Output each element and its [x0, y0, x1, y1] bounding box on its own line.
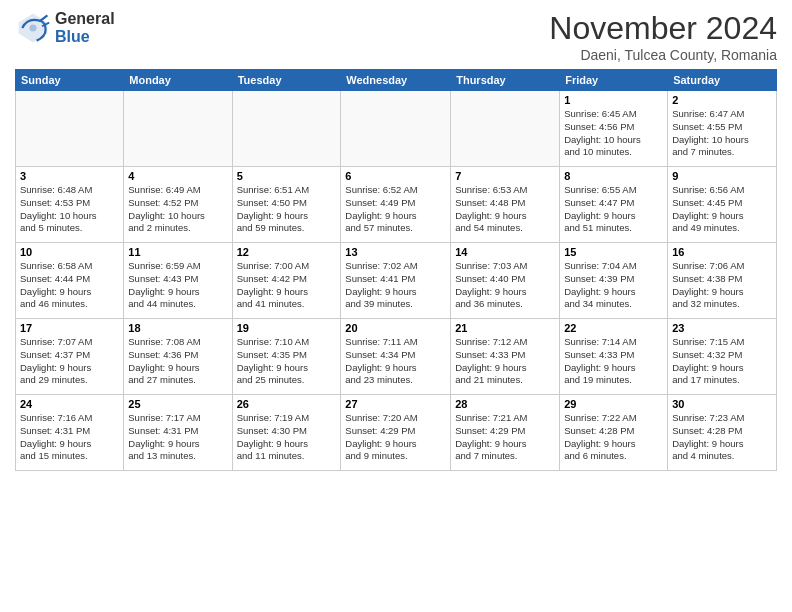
day-info: Sunrise: 7:08 AM Sunset: 4:36 PM Dayligh…: [128, 336, 227, 387]
calendar-cell: 9Sunrise: 6:56 AM Sunset: 4:45 PM Daylig…: [668, 167, 777, 243]
day-number: 20: [345, 322, 446, 334]
day-number: 4: [128, 170, 227, 182]
page-header: General Blue November 2024 Daeni, Tulcea…: [15, 10, 777, 63]
day-info: Sunrise: 6:49 AM Sunset: 4:52 PM Dayligh…: [128, 184, 227, 235]
day-number: 8: [564, 170, 663, 182]
calendar-cell: 18Sunrise: 7:08 AM Sunset: 4:36 PM Dayli…: [124, 319, 232, 395]
calendar-cell: 2Sunrise: 6:47 AM Sunset: 4:55 PM Daylig…: [668, 91, 777, 167]
day-number: 28: [455, 398, 555, 410]
day-number: 30: [672, 398, 772, 410]
calendar-table: SundayMondayTuesdayWednesdayThursdayFrid…: [15, 69, 777, 471]
day-info: Sunrise: 6:59 AM Sunset: 4:43 PM Dayligh…: [128, 260, 227, 311]
calendar-cell: 30Sunrise: 7:23 AM Sunset: 4:28 PM Dayli…: [668, 395, 777, 471]
calendar-cell: 3Sunrise: 6:48 AM Sunset: 4:53 PM Daylig…: [16, 167, 124, 243]
weekday-header-friday: Friday: [560, 70, 668, 91]
day-info: Sunrise: 7:07 AM Sunset: 4:37 PM Dayligh…: [20, 336, 119, 387]
day-number: 25: [128, 398, 227, 410]
day-number: 22: [564, 322, 663, 334]
day-number: 24: [20, 398, 119, 410]
calendar-cell: 13Sunrise: 7:02 AM Sunset: 4:41 PM Dayli…: [341, 243, 451, 319]
day-info: Sunrise: 6:48 AM Sunset: 4:53 PM Dayligh…: [20, 184, 119, 235]
day-number: 29: [564, 398, 663, 410]
calendar-cell: 28Sunrise: 7:21 AM Sunset: 4:29 PM Dayli…: [451, 395, 560, 471]
day-number: 19: [237, 322, 337, 334]
day-number: 2: [672, 94, 772, 106]
day-info: Sunrise: 7:04 AM Sunset: 4:39 PM Dayligh…: [564, 260, 663, 311]
calendar-cell: 19Sunrise: 7:10 AM Sunset: 4:35 PM Dayli…: [232, 319, 341, 395]
day-number: 10: [20, 246, 119, 258]
calendar-cell: [341, 91, 451, 167]
day-info: Sunrise: 7:15 AM Sunset: 4:32 PM Dayligh…: [672, 336, 772, 387]
weekday-header-monday: Monday: [124, 70, 232, 91]
calendar-cell: [124, 91, 232, 167]
calendar-cell: 4Sunrise: 6:49 AM Sunset: 4:52 PM Daylig…: [124, 167, 232, 243]
calendar-cell: 7Sunrise: 6:53 AM Sunset: 4:48 PM Daylig…: [451, 167, 560, 243]
day-number: 13: [345, 246, 446, 258]
calendar-cell: 6Sunrise: 6:52 AM Sunset: 4:49 PM Daylig…: [341, 167, 451, 243]
day-number: 11: [128, 246, 227, 258]
calendar-cell: 17Sunrise: 7:07 AM Sunset: 4:37 PM Dayli…: [16, 319, 124, 395]
day-info: Sunrise: 7:14 AM Sunset: 4:33 PM Dayligh…: [564, 336, 663, 387]
logo: General Blue: [15, 10, 115, 46]
day-info: Sunrise: 7:16 AM Sunset: 4:31 PM Dayligh…: [20, 412, 119, 463]
day-info: Sunrise: 6:56 AM Sunset: 4:45 PM Dayligh…: [672, 184, 772, 235]
day-info: Sunrise: 7:22 AM Sunset: 4:28 PM Dayligh…: [564, 412, 663, 463]
calendar-cell: 1Sunrise: 6:45 AM Sunset: 4:56 PM Daylig…: [560, 91, 668, 167]
day-info: Sunrise: 6:47 AM Sunset: 4:55 PM Dayligh…: [672, 108, 772, 159]
location-text: Daeni, Tulcea County, Romania: [549, 47, 777, 63]
day-number: 26: [237, 398, 337, 410]
calendar-cell: 27Sunrise: 7:20 AM Sunset: 4:29 PM Dayli…: [341, 395, 451, 471]
calendar-cell: 20Sunrise: 7:11 AM Sunset: 4:34 PM Dayli…: [341, 319, 451, 395]
day-number: 7: [455, 170, 555, 182]
day-info: Sunrise: 7:20 AM Sunset: 4:29 PM Dayligh…: [345, 412, 446, 463]
day-info: Sunrise: 7:03 AM Sunset: 4:40 PM Dayligh…: [455, 260, 555, 311]
calendar-cell: [451, 91, 560, 167]
day-number: 23: [672, 322, 772, 334]
logo-text: General Blue: [55, 10, 115, 45]
day-info: Sunrise: 7:06 AM Sunset: 4:38 PM Dayligh…: [672, 260, 772, 311]
day-number: 12: [237, 246, 337, 258]
logo-icon: [15, 10, 51, 46]
calendar-week-4: 17Sunrise: 7:07 AM Sunset: 4:37 PM Dayli…: [16, 319, 777, 395]
calendar-week-3: 10Sunrise: 6:58 AM Sunset: 4:44 PM Dayli…: [16, 243, 777, 319]
day-number: 21: [455, 322, 555, 334]
calendar-cell: 22Sunrise: 7:14 AM Sunset: 4:33 PM Dayli…: [560, 319, 668, 395]
weekday-header-sunday: Sunday: [16, 70, 124, 91]
day-number: 17: [20, 322, 119, 334]
day-info: Sunrise: 6:55 AM Sunset: 4:47 PM Dayligh…: [564, 184, 663, 235]
logo-blue-text: Blue: [55, 28, 115, 46]
calendar-cell: 8Sunrise: 6:55 AM Sunset: 4:47 PM Daylig…: [560, 167, 668, 243]
calendar-cell: 24Sunrise: 7:16 AM Sunset: 4:31 PM Dayli…: [16, 395, 124, 471]
calendar-cell: 29Sunrise: 7:22 AM Sunset: 4:28 PM Dayli…: [560, 395, 668, 471]
weekday-header-saturday: Saturday: [668, 70, 777, 91]
calendar-cell: 15Sunrise: 7:04 AM Sunset: 4:39 PM Dayli…: [560, 243, 668, 319]
month-title: November 2024: [549, 10, 777, 47]
page-container: General Blue November 2024 Daeni, Tulcea…: [0, 0, 792, 476]
day-number: 14: [455, 246, 555, 258]
calendar-week-2: 3Sunrise: 6:48 AM Sunset: 4:53 PM Daylig…: [16, 167, 777, 243]
day-number: 16: [672, 246, 772, 258]
day-info: Sunrise: 6:51 AM Sunset: 4:50 PM Dayligh…: [237, 184, 337, 235]
day-number: 27: [345, 398, 446, 410]
day-info: Sunrise: 7:02 AM Sunset: 4:41 PM Dayligh…: [345, 260, 446, 311]
calendar-cell: 12Sunrise: 7:00 AM Sunset: 4:42 PM Dayli…: [232, 243, 341, 319]
title-block: November 2024 Daeni, Tulcea County, Roma…: [549, 10, 777, 63]
calendar-cell: 14Sunrise: 7:03 AM Sunset: 4:40 PM Dayli…: [451, 243, 560, 319]
day-number: 5: [237, 170, 337, 182]
calendar-cell: 26Sunrise: 7:19 AM Sunset: 4:30 PM Dayli…: [232, 395, 341, 471]
day-info: Sunrise: 7:00 AM Sunset: 4:42 PM Dayligh…: [237, 260, 337, 311]
calendar-cell: [16, 91, 124, 167]
day-number: 15: [564, 246, 663, 258]
weekday-header-tuesday: Tuesday: [232, 70, 341, 91]
svg-point-1: [29, 24, 36, 31]
day-info: Sunrise: 7:17 AM Sunset: 4:31 PM Dayligh…: [128, 412, 227, 463]
logo-general-text: General: [55, 10, 115, 28]
day-number: 1: [564, 94, 663, 106]
day-info: Sunrise: 7:12 AM Sunset: 4:33 PM Dayligh…: [455, 336, 555, 387]
calendar-week-5: 24Sunrise: 7:16 AM Sunset: 4:31 PM Dayli…: [16, 395, 777, 471]
day-number: 3: [20, 170, 119, 182]
day-info: Sunrise: 7:23 AM Sunset: 4:28 PM Dayligh…: [672, 412, 772, 463]
calendar-cell: [232, 91, 341, 167]
day-info: Sunrise: 6:53 AM Sunset: 4:48 PM Dayligh…: [455, 184, 555, 235]
day-info: Sunrise: 7:10 AM Sunset: 4:35 PM Dayligh…: [237, 336, 337, 387]
